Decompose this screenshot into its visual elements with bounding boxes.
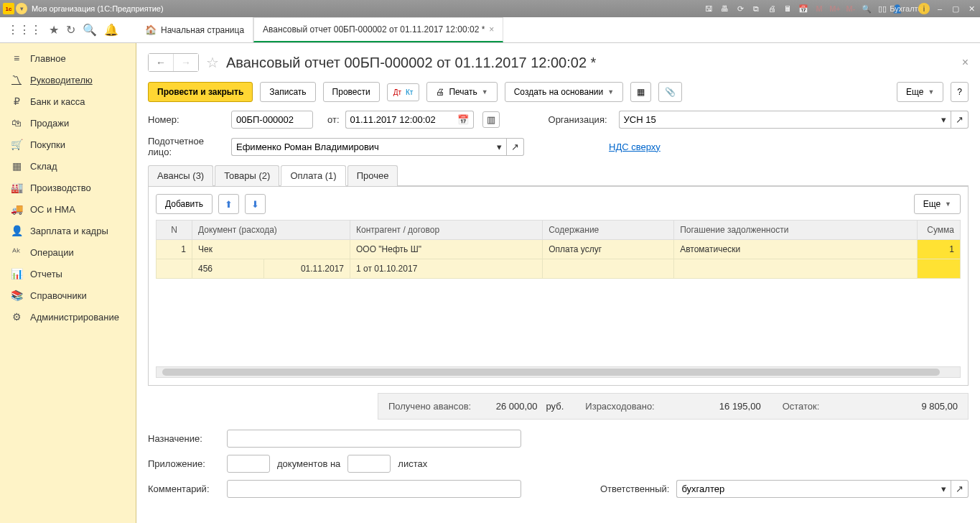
panels-icon[interactable]: ▯▯ bbox=[877, 3, 888, 14]
payment-grid[interactable]: NДокумент (расхода)Контрагент / договорС… bbox=[156, 220, 961, 279]
doc-tab-0[interactable]: Авансы (3) bbox=[148, 165, 213, 186]
mminus-icon[interactable]: M- bbox=[845, 3, 857, 14]
responsible-open-icon[interactable]: ↗ bbox=[951, 480, 969, 498]
help-button[interactable]: ? bbox=[951, 82, 969, 102]
table-row[interactable]: 456 01.11.2017 1 от 01.10.2017 bbox=[157, 259, 961, 279]
date-input[interactable] bbox=[345, 111, 453, 129]
forward-button[interactable]: → bbox=[174, 54, 198, 71]
org-input[interactable] bbox=[619, 111, 937, 129]
apps-icon[interactable]: ⋮⋮⋮ bbox=[7, 23, 42, 37]
more-button[interactable]: Еще▼ bbox=[897, 82, 943, 102]
sidebar-item-11[interactable]: 📚Справочники bbox=[0, 284, 136, 306]
print-icon[interactable]: 🖶 bbox=[719, 3, 730, 14]
create-based-button[interactable]: Создать на основании▼ bbox=[505, 82, 623, 102]
docs-count-input[interactable] bbox=[227, 455, 270, 473]
grid-col-2[interactable]: Контрагент / договор bbox=[350, 221, 543, 240]
star-icon[interactable]: ☆ bbox=[206, 54, 219, 71]
grid-col-0[interactable]: N bbox=[157, 221, 192, 240]
move-down-button[interactable]: ⬇ bbox=[245, 194, 266, 214]
bell-icon[interactable]: 🔔 bbox=[104, 23, 118, 37]
person-dropdown-icon[interactable]: ▾ bbox=[493, 138, 507, 156]
nav-sidebar: ≡Главное〽Руководителю₽Банк и касса🛍Прода… bbox=[0, 43, 136, 523]
org-open-icon[interactable]: ↗ bbox=[951, 111, 969, 129]
org-dropdown-icon[interactable]: ▾ bbox=[937, 111, 951, 129]
responsible-input[interactable] bbox=[676, 480, 937, 498]
sidebar-icon: 🏭 bbox=[10, 182, 23, 193]
responsible-dropdown-icon[interactable]: ▾ bbox=[937, 480, 951, 498]
m-icon[interactable]: M bbox=[813, 3, 825, 14]
sheets-count-input[interactable] bbox=[347, 455, 391, 473]
grid-col-5[interactable]: Сумма bbox=[918, 221, 961, 240]
calendar-picker-icon[interactable]: 📅 bbox=[453, 111, 474, 129]
date-ext-icon[interactable]: ▥ bbox=[482, 111, 500, 128]
info-icon[interactable]: i bbox=[918, 3, 930, 14]
zoom-icon[interactable]: 🔍 bbox=[861, 3, 872, 14]
post-button[interactable]: Провести bbox=[323, 82, 380, 102]
person-input[interactable] bbox=[231, 138, 493, 156]
sidebar-item-2[interactable]: ₽Банк и касса bbox=[0, 91, 136, 112]
move-up-button[interactable]: ⬆ bbox=[218, 194, 239, 214]
minimize-icon[interactable]: – bbox=[934, 3, 946, 14]
table-row[interactable]: 1 Чек ООО "Нефть Ш" Оплата услуг Автомат… bbox=[157, 240, 961, 259]
structure-button[interactable]: ▦ bbox=[630, 82, 651, 102]
save-button[interactable]: Записать bbox=[260, 82, 315, 102]
sidebar-item-0[interactable]: ≡Главное bbox=[0, 47, 136, 69]
sidebar-item-5[interactable]: ▦Склад bbox=[0, 155, 136, 177]
sidebar-icon: 👤 bbox=[10, 225, 23, 236]
app-logo-icon: 1c bbox=[3, 3, 14, 14]
sidebar-item-1[interactable]: 〽Руководителю bbox=[0, 69, 136, 91]
refresh-icon[interactable]: ⟳ bbox=[734, 3, 746, 14]
back-button[interactable]: ← bbox=[149, 54, 174, 71]
close-tab-icon[interactable]: × bbox=[489, 24, 494, 34]
sidebar-icon: 🛒 bbox=[10, 139, 23, 150]
app-dropdown-icon[interactable]: ▾ bbox=[16, 3, 27, 14]
save-icon[interactable]: 🖫 bbox=[703, 3, 714, 14]
sidebar-item-8[interactable]: 👤Зарплата и кадры bbox=[0, 220, 136, 241]
search-icon[interactable]: 🔍 bbox=[83, 23, 97, 37]
dtkt-button[interactable]: ДтКт bbox=[387, 83, 420, 101]
favorite-icon[interactable]: ★ bbox=[49, 23, 59, 37]
sidebar-item-7[interactable]: 🚚ОС и НМА bbox=[0, 198, 136, 220]
grid-col-4[interactable]: Погашение задолженности bbox=[674, 221, 918, 240]
titlebar-actions: 🖫 🖶 ⟳ ⧉ 🖨 🖩 📅 M M+ M- 🔍 ▯▯ 👤 Бухгалтер i… bbox=[703, 3, 977, 14]
doc-tab-2[interactable]: Оплата (1) bbox=[281, 165, 345, 186]
nds-link[interactable]: НДС сверху bbox=[609, 142, 661, 152]
close-doc-icon[interactable]: × bbox=[962, 56, 969, 69]
post-and-close-button[interactable]: Провести и закрыть bbox=[148, 82, 253, 102]
doc-tab-3[interactable]: Прочее bbox=[347, 165, 398, 186]
maximize-icon[interactable]: ▢ bbox=[950, 3, 961, 14]
purpose-input[interactable] bbox=[227, 430, 521, 448]
grid-col-3[interactable]: Содержание bbox=[543, 221, 674, 240]
sidebar-item-6[interactable]: 🏭Производство bbox=[0, 177, 136, 198]
sidebar-item-9[interactable]: ᴬᵏОперации bbox=[0, 241, 136, 263]
doc-tab-1[interactable]: Товары (2) bbox=[215, 165, 279, 186]
sidebar-item-4[interactable]: 🛒Покупки bbox=[0, 134, 136, 155]
attach-button[interactable]: 📎 bbox=[658, 82, 682, 102]
add-row-button[interactable]: Добавить bbox=[156, 194, 213, 214]
comment-input[interactable] bbox=[227, 480, 521, 498]
sidebar-item-10[interactable]: 📊Отчеты bbox=[0, 263, 136, 284]
close-window-icon[interactable]: ✕ bbox=[966, 3, 977, 14]
mplus-icon[interactable]: M+ bbox=[829, 3, 841, 14]
tab-document[interactable]: Авансовый отчет 00БП-000002 от 01.11.201… bbox=[253, 17, 503, 42]
sidebar-icon: 📚 bbox=[10, 290, 23, 301]
sidebar-item-3[interactable]: 🛍Продажи bbox=[0, 112, 136, 134]
window-titlebar: 1c ▾ Моя организация (1С:Предприятие) 🖫 … bbox=[0, 0, 980, 17]
calc-icon[interactable]: 🖩 bbox=[782, 3, 793, 14]
sidebar-icon: 🛍 bbox=[10, 117, 23, 129]
user-icon[interactable]: 👤 Бухгалтер bbox=[892, 3, 914, 14]
horizontal-scrollbar[interactable] bbox=[156, 366, 961, 378]
purpose-label: Назначение: bbox=[148, 433, 220, 444]
print2-icon[interactable]: 🖨 bbox=[766, 3, 778, 14]
sidebar-item-12[interactable]: ⚙Администрирование bbox=[0, 306, 136, 328]
tab-home[interactable]: 🏠 Начальная страница bbox=[136, 17, 253, 42]
grid-more-button[interactable]: Еще▼ bbox=[914, 194, 961, 214]
grid-col-1[interactable]: Документ (расхода) bbox=[192, 221, 350, 240]
calendar-icon[interactable]: 📅 bbox=[798, 3, 809, 14]
history-icon[interactable]: ↻ bbox=[66, 23, 75, 37]
number-input[interactable] bbox=[231, 111, 313, 129]
print-button[interactable]: 🖨Печать▼ bbox=[426, 82, 497, 102]
person-open-icon[interactable]: ↗ bbox=[507, 138, 524, 156]
compare-icon[interactable]: ⧉ bbox=[750, 3, 762, 14]
sidebar-icon: 📊 bbox=[10, 268, 23, 279]
